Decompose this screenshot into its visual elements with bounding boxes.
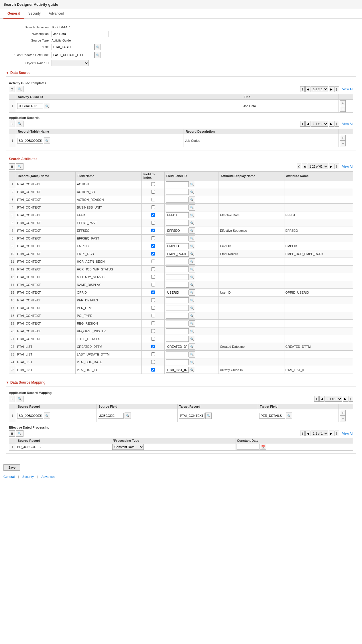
sa-label-input[interactable] <box>166 212 189 218</box>
sa-label-input[interactable] <box>166 243 189 249</box>
sa-label-input[interactable] <box>166 352 189 357</box>
sa-table-button[interactable]: ⊞ <box>9 163 15 170</box>
sa-index-checkbox[interactable] <box>151 182 155 186</box>
sa-label-search[interactable]: 🔍 <box>189 258 195 265</box>
sa-search-button[interactable]: 🔍 <box>16 163 23 170</box>
sa-label-search[interactable]: 🔍 <box>189 181 195 187</box>
sa-label-input[interactable] <box>166 290 189 295</box>
agt-nav-last[interactable]: ⟫ <box>335 86 339 92</box>
agt-pagination-select[interactable]: 1-1 of 1 <box>311 86 328 92</box>
sa-label-input[interactable] <box>166 220 189 226</box>
ar-record-search[interactable]: 🔍 <box>44 138 50 144</box>
sa-index-checkbox[interactable] <box>151 221 155 225</box>
sa-label-search[interactable]: 🔍 <box>189 328 195 334</box>
sa-pagination-select[interactable]: 1-25 of 62 <box>308 164 328 169</box>
sa-label-search[interactable]: 🔍 <box>189 212 195 218</box>
ar-search-button[interactable]: 🔍 <box>16 121 23 127</box>
sa-index-checkbox[interactable] <box>151 205 155 209</box>
arm-table-button[interactable]: ⊞ <box>9 396 15 402</box>
sa-index-checkbox[interactable] <box>151 244 155 248</box>
sa-label-input[interactable] <box>166 328 189 334</box>
arm-source-field-input[interactable] <box>98 413 124 419</box>
sa-nav-prev[interactable]: ◀ <box>302 164 307 169</box>
arm-source-record-search[interactable]: 🔍 <box>44 413 50 419</box>
sa-label-input[interactable] <box>166 297 189 303</box>
sa-label-search[interactable]: 🔍 <box>189 351 195 358</box>
edp-nav-prev[interactable]: ◀ <box>305 431 310 436</box>
tab-advanced[interactable]: Advanced <box>45 9 68 19</box>
sa-index-checkbox[interactable] <box>151 283 155 286</box>
sa-index-checkbox[interactable] <box>151 267 155 271</box>
arm-pagination-select[interactable]: 1-1 of 1 <box>325 396 342 402</box>
sa-label-input[interactable] <box>166 313 189 319</box>
sa-label-input[interactable] <box>166 359 189 365</box>
agt-table-button[interactable]: ⊞ <box>9 86 15 92</box>
bottom-tab-advanced[interactable]: Advanced <box>42 475 56 478</box>
sa-index-checkbox[interactable] <box>151 190 155 194</box>
sa-label-search[interactable]: 🔍 <box>189 367 195 373</box>
edp-search-button[interactable]: 🔍 <box>16 430 23 437</box>
sa-index-checkbox[interactable] <box>151 314 155 317</box>
description-input[interactable] <box>52 31 109 37</box>
arm-nav-first[interactable]: ⟪ <box>314 396 319 402</box>
sa-index-checkbox[interactable] <box>151 213 155 217</box>
arm-source-record-input[interactable] <box>17 413 43 419</box>
ar-record-input[interactable] <box>17 138 43 144</box>
edp-table-button[interactable]: ⊞ <box>9 430 15 437</box>
edp-calendar-button[interactable]: 📅 <box>260 444 266 450</box>
sa-index-checkbox[interactable] <box>151 321 155 325</box>
sa-index-checkbox[interactable] <box>151 306 155 310</box>
sa-label-search[interactable]: 🔍 <box>189 343 195 350</box>
sa-index-checkbox[interactable] <box>151 198 155 201</box>
ar-table-button[interactable]: ⊞ <box>9 121 15 127</box>
edp-nav-last[interactable]: ⟫ <box>335 431 339 436</box>
sa-index-checkbox[interactable] <box>151 290 155 294</box>
data-source-mapping-title[interactable]: ▼ Data Source Mapping <box>6 380 356 384</box>
sa-label-input[interactable] <box>166 282 189 288</box>
sa-index-checkbox[interactable] <box>151 345 155 348</box>
sa-label-search[interactable]: 🔍 <box>189 227 195 234</box>
arm-target-field-input[interactable] <box>259 413 285 419</box>
sa-label-search[interactable]: 🔍 <box>189 282 195 288</box>
data-source-section-title[interactable]: ▼ Data Source <box>6 71 356 75</box>
agt-id-search[interactable]: 🔍 <box>44 103 50 109</box>
sa-label-input[interactable] <box>166 367 189 373</box>
arm-add-button[interactable]: + <box>340 410 346 416</box>
ar-nav-first[interactable]: ⟪ <box>300 121 305 127</box>
sa-label-input[interactable] <box>166 251 189 257</box>
sa-label-search[interactable]: 🔍 <box>189 320 195 327</box>
sa-index-checkbox[interactable] <box>151 236 155 240</box>
sa-label-search[interactable]: 🔍 <box>189 305 195 311</box>
sa-label-search[interactable]: 🔍 <box>189 197 195 203</box>
sa-label-search[interactable]: 🔍 <box>189 266 195 272</box>
sa-index-checkbox[interactable] <box>151 360 155 364</box>
sa-label-input[interactable] <box>166 321 189 326</box>
last-updated-input[interactable] <box>52 52 95 58</box>
sa-label-search[interactable]: 🔍 <box>189 220 195 226</box>
title-input[interactable] <box>52 44 95 50</box>
sa-label-search[interactable]: 🔍 <box>189 359 195 365</box>
agt-search-button[interactable]: 🔍 <box>16 86 23 92</box>
sa-label-search[interactable]: 🔍 <box>189 251 195 257</box>
arm-search-button[interactable]: 🔍 <box>16 396 23 402</box>
bottom-tab-security[interactable]: Security <box>22 475 34 478</box>
edp-processing-type-select[interactable]: Constant Date Current Date Effective Dat… <box>112 444 144 450</box>
sa-nav-last[interactable]: ⟫ <box>335 164 339 169</box>
arm-delete-button[interactable]: − <box>340 416 346 421</box>
last-updated-search-button[interactable]: 🔍 <box>95 52 101 58</box>
sa-index-checkbox[interactable] <box>151 229 155 232</box>
ar-add-button[interactable]: + <box>340 135 346 141</box>
arm-target-record-input[interactable] <box>179 413 204 419</box>
sa-nav-next[interactable]: ▶ <box>329 164 334 169</box>
sa-label-input[interactable] <box>166 344 189 350</box>
sa-label-search[interactable]: 🔍 <box>189 204 195 211</box>
agt-nav-prev[interactable]: ◀ <box>305 86 310 92</box>
arm-nav-next[interactable]: ▶ <box>343 396 348 402</box>
sa-index-checkbox[interactable] <box>151 252 155 256</box>
sa-index-checkbox[interactable] <box>151 368 155 372</box>
sa-index-checkbox[interactable] <box>151 260 155 263</box>
sa-label-search[interactable]: 🔍 <box>189 297 195 303</box>
sa-label-search[interactable]: 🔍 <box>189 336 195 342</box>
sa-label-search[interactable]: 🔍 <box>189 243 195 249</box>
ar-pagination-select[interactable]: 1-1 of 1 <box>311 121 328 127</box>
